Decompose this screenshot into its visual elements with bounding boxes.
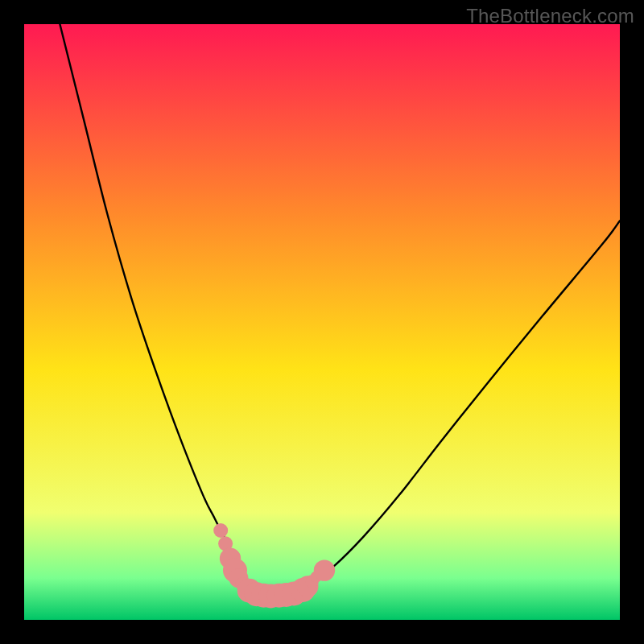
chart-plot-area (24, 24, 620, 620)
highlight-dot (314, 559, 335, 580)
chart-svg (24, 24, 620, 620)
highlight-dot (213, 523, 228, 538)
chart-background (24, 24, 620, 620)
chart-frame: TheBottleneck.com (0, 0, 644, 644)
watermark-text: TheBottleneck.com (466, 5, 634, 27)
